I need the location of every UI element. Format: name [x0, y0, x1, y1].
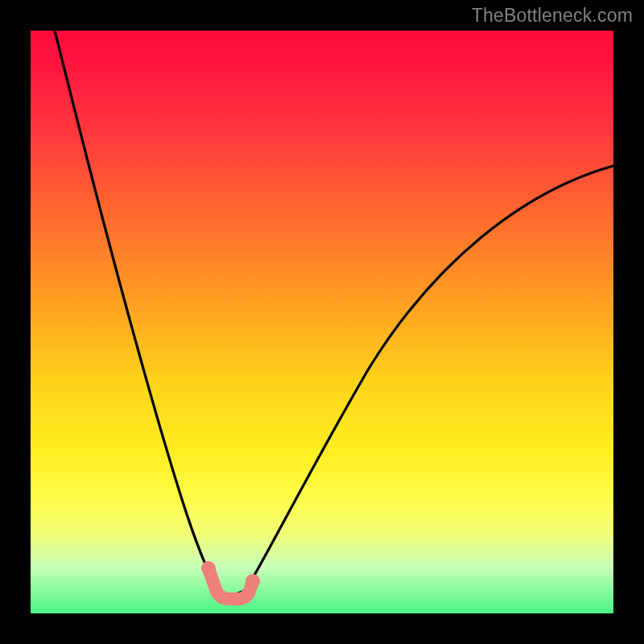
svg-point-1 — [246, 574, 260, 588]
optimal-range-marker — [31, 31, 613, 613]
plot-area — [31, 31, 613, 613]
watermark-text: TheBottleneck.com — [472, 5, 633, 27]
chart-frame: TheBottleneck.com — [0, 0, 644, 644]
